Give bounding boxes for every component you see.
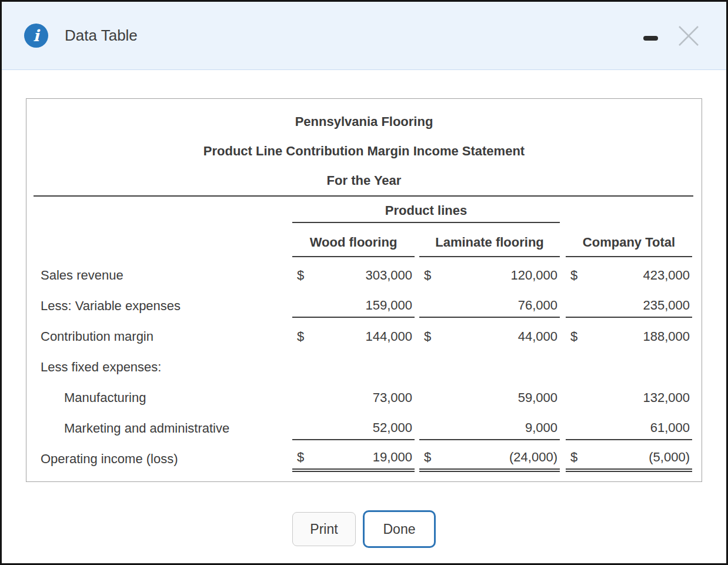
money-cell: 73,000 <box>292 386 415 410</box>
cell-value: 120,000 <box>431 268 557 283</box>
currency-symbol: $ <box>297 329 304 344</box>
cell-value: 159,000 <box>297 298 412 313</box>
column-header-wood-flooring: Wood flooring <box>292 229 415 257</box>
currency-symbol: $ <box>297 268 304 283</box>
cell-value: 52,000 <box>297 420 412 436</box>
money-cell: 52,000 <box>292 417 415 440</box>
row-label: Manufacturing <box>39 390 292 406</box>
currency-symbol: $ <box>570 329 577 344</box>
row-label: Operating income (loss) <box>39 451 292 467</box>
money-cell: 159,000 <box>292 294 415 318</box>
cell-value: (5,000) <box>577 450 690 465</box>
window-title: Data Table <box>65 26 138 45</box>
currency-symbol: $ <box>424 268 431 283</box>
cell-value: 9,000 <box>424 420 557 436</box>
cell-value: 144,000 <box>304 329 412 344</box>
product-lines-header-row: Product lines <box>26 197 702 226</box>
money-cell: $ 144,000 <box>292 325 415 348</box>
window-titlebar: i Data Table <box>2 2 726 70</box>
money-cell: $ 120,000 <box>419 264 560 287</box>
row-label: Contribution margin <box>39 329 292 344</box>
money-cell: $ 44,000 <box>419 325 560 348</box>
table-row-less-fixed-expenses: Less fixed expenses: <box>26 352 702 383</box>
table-row-variable-expenses: Less: Variable expenses 159,000 76,000 2… <box>26 291 702 321</box>
money-cell: $ 188,000 <box>566 325 692 348</box>
currency-symbol: $ <box>570 268 577 283</box>
table-row-sales-revenue: Sales revenue $ 303,000 $ 120,000 $ 423,… <box>26 260 702 291</box>
row-label: Less: Variable expenses <box>39 298 292 314</box>
statement-period: For the Year <box>26 166 702 195</box>
dialog-body: Pennsylvania Flooring Product Line Contr… <box>2 70 726 563</box>
done-button[interactable]: Done <box>363 510 436 548</box>
money-cell: $ (5,000) <box>566 446 692 472</box>
data-table-window: i Data Table Pennsylvania Flooring Produ… <box>0 0 728 565</box>
statement-title: Product Line Contribution Margin Income … <box>26 137 702 166</box>
row-label: Marketing and administrative <box>39 421 292 436</box>
minimize-icon[interactable] <box>643 36 658 41</box>
currency-symbol: $ <box>570 450 577 465</box>
product-lines-header: Product lines <box>292 200 560 223</box>
window-controls <box>643 23 702 49</box>
money-cell: 61,000 <box>566 417 692 440</box>
cell-value: 303,000 <box>304 268 412 283</box>
currency-symbol: $ <box>424 450 431 465</box>
row-label: Less fixed expenses: <box>39 360 292 375</box>
cell-value: 132,000 <box>570 390 690 406</box>
money-cell: 235,000 <box>566 294 692 318</box>
cell-value: 19,000 <box>304 450 412 465</box>
cell-value: 76,000 <box>424 298 557 313</box>
money-cell: $ 423,000 <box>566 264 692 287</box>
table-row-marketing-administrative: Marketing and administrative 52,000 9,00… <box>26 413 702 444</box>
currency-symbol: $ <box>297 450 304 465</box>
info-icon: i <box>24 24 48 48</box>
print-button[interactable]: Print <box>292 512 356 546</box>
money-cell: 9,000 <box>419 417 560 440</box>
cell-value: 73,000 <box>297 390 412 406</box>
table-row-contribution-margin: Contribution margin $ 144,000 $ 44,000 $… <box>26 321 702 352</box>
cell-value: 44,000 <box>431 329 557 344</box>
cell-value: 188,000 <box>577 329 690 344</box>
cell-value: 61,000 <box>570 420 690 436</box>
column-header-laminate-flooring: Laminate flooring <box>419 229 560 257</box>
money-cell: 59,000 <box>419 386 560 410</box>
dialog-actions: Print Done <box>2 510 726 548</box>
money-cell: $ 19,000 <box>292 446 415 472</box>
table-row-manufacturing: Manufacturing 73,000 59,000 132,000 <box>26 383 702 413</box>
money-cell: 76,000 <box>419 294 560 318</box>
cell-value: 59,000 <box>424 390 557 406</box>
row-label: Sales revenue <box>39 268 292 283</box>
money-cell: 132,000 <box>566 386 692 410</box>
column-header-company-total: Company Total <box>566 229 692 257</box>
money-cell: $ (24,000) <box>419 446 560 472</box>
money-cell: $ 303,000 <box>292 264 415 287</box>
cell-value: (24,000) <box>431 450 557 465</box>
close-icon[interactable] <box>676 23 702 49</box>
statement-company-name: Pennsylvania Flooring <box>26 107 702 137</box>
income-statement-panel: Pennsylvania Flooring Product Line Contr… <box>26 98 702 482</box>
cell-value: 235,000 <box>570 298 690 313</box>
currency-symbol: $ <box>424 329 431 344</box>
column-header-row: Wood flooring Laminate flooring Company … <box>26 226 702 260</box>
cell-value: 423,000 <box>577 268 690 283</box>
table-row-operating-income: Operating income (loss) $ 19,000 $ (24,0… <box>26 444 702 474</box>
